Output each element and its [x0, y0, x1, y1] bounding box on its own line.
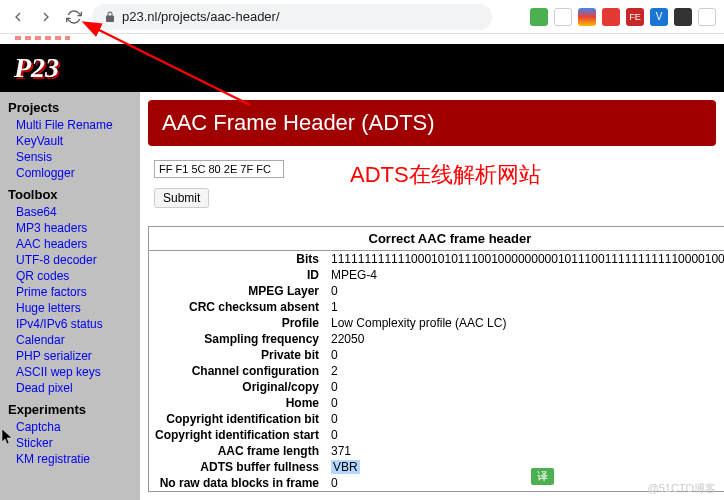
sidebar-link[interactable]: ASCII wep keys	[8, 364, 132, 380]
table-title: Correct AAC frame header	[149, 227, 725, 251]
ext-icon[interactable]	[554, 8, 572, 26]
row-value: 0	[325, 395, 724, 411]
table-row: Private bit0	[149, 347, 725, 363]
row-value: VBR	[325, 459, 724, 475]
table-row: Sampling frequency22050	[149, 331, 725, 347]
sidebar-link[interactable]: IPv4/IPv6 status	[8, 316, 132, 332]
sidebar-link[interactable]: Huge letters	[8, 300, 132, 316]
sidebar-link[interactable]: Prime factors	[8, 284, 132, 300]
row-label: Sampling frequency	[149, 331, 326, 347]
sidebar-heading: Toolbox	[8, 187, 132, 202]
sidebar-link[interactable]: QR codes	[8, 268, 132, 284]
sidebar-link[interactable]: MP3 headers	[8, 220, 132, 236]
submit-button[interactable]: Submit	[154, 188, 209, 208]
row-value: MPEG-4	[325, 267, 724, 283]
row-value: 2	[325, 363, 724, 379]
ext-icon[interactable]	[674, 8, 692, 26]
sidebar-link[interactable]: Multi File Rename	[8, 117, 132, 133]
row-label: ADTS buffer fullness	[149, 459, 326, 475]
table-row: No raw data blocks in frame0	[149, 475, 725, 492]
row-value: 0	[325, 379, 724, 395]
hex-input[interactable]	[154, 160, 284, 178]
extension-icons: FE V	[530, 8, 716, 26]
row-label: Channel configuration	[149, 363, 326, 379]
row-value: 0	[325, 347, 724, 363]
sidebar-link[interactable]: Base64	[8, 204, 132, 220]
row-label: ID	[149, 267, 326, 283]
row-value: 1	[325, 299, 724, 315]
row-label: Private bit	[149, 347, 326, 363]
ext-icon[interactable]	[530, 8, 548, 26]
row-value: Low Complexity profile (AAC LC)	[325, 315, 724, 331]
sidebar-heading: Projects	[8, 100, 132, 115]
browser-toolbar: p23.nl/projects/aac-header/ FE V	[0, 0, 724, 34]
row-label: Copyright identification start	[149, 427, 326, 443]
sidebar-link[interactable]: Comlogger	[8, 165, 132, 181]
sidebar-link[interactable]: Captcha	[8, 419, 132, 435]
row-value: 371	[325, 443, 724, 459]
row-value: 0	[325, 427, 724, 443]
sidebar-link[interactable]: Dead pixel	[8, 380, 132, 396]
table-row: IDMPEG-4	[149, 267, 725, 283]
row-label: AAC frame length	[149, 443, 326, 459]
content-area: AAC Frame Header (ADTS) Submit ADTS在线解析网…	[140, 92, 724, 500]
row-value: 1111111111110001010111001000000000101110…	[325, 251, 724, 268]
row-label: Copyright identification bit	[149, 411, 326, 427]
address-bar[interactable]: p23.nl/projects/aac-header/	[92, 4, 492, 30]
back-button[interactable]	[8, 7, 28, 27]
ext-icon[interactable]: FE	[626, 8, 644, 26]
ext-icon[interactable]: V	[650, 8, 668, 26]
table-row: Copyright identification start0	[149, 427, 725, 443]
reload-button[interactable]	[64, 7, 84, 27]
table-row: Original/copy0	[149, 379, 725, 395]
sidebar-link[interactable]: Sensis	[8, 149, 132, 165]
divider	[0, 34, 724, 44]
sidebar-link[interactable]: Calendar	[8, 332, 132, 348]
table-row: AAC frame length371	[149, 443, 725, 459]
row-value: 22050	[325, 331, 724, 347]
sidebar-link[interactable]: KM registratie	[8, 451, 132, 467]
url-text: p23.nl/projects/aac-header/	[122, 9, 280, 24]
row-value: 0	[325, 411, 724, 427]
row-label: MPEG Layer	[149, 283, 326, 299]
ext-icon[interactable]	[698, 8, 716, 26]
translate-badge[interactable]: 译	[531, 468, 554, 485]
ext-icon[interactable]	[578, 8, 596, 26]
sidebar: ProjectsMulti File RenameKeyVaultSensisC…	[0, 92, 140, 500]
forward-button[interactable]	[36, 7, 56, 27]
ext-icon[interactable]	[602, 8, 620, 26]
sidebar-link[interactable]: AAC headers	[8, 236, 132, 252]
row-label: Bits	[149, 251, 326, 268]
table-row: ProfileLow Complexity profile (AAC LC)	[149, 315, 725, 331]
result-table: Correct AAC frame header Bits11111111111…	[148, 226, 724, 492]
table-row: MPEG Layer0	[149, 283, 725, 299]
page-title: AAC Frame Header (ADTS)	[148, 100, 716, 146]
site-logo: P23	[14, 52, 59, 84]
table-row: Channel configuration2	[149, 363, 725, 379]
table-row: Bits111111111111000101011100100000000010…	[149, 251, 725, 268]
table-row: CRC checksum absent1	[149, 299, 725, 315]
row-label: Profile	[149, 315, 326, 331]
sidebar-link[interactable]: UTF-8 decoder	[8, 252, 132, 268]
sidebar-link[interactable]: PHP serializer	[8, 348, 132, 364]
row-label: CRC checksum absent	[149, 299, 326, 315]
row-label: Original/copy	[149, 379, 326, 395]
sidebar-link[interactable]: Sticker	[8, 435, 132, 451]
row-value: 0	[325, 283, 724, 299]
watermark: @51CTO博客	[648, 481, 716, 496]
table-row: ADTS buffer fullnessVBR	[149, 459, 725, 475]
sidebar-heading: Experiments	[8, 402, 132, 417]
lock-icon	[104, 11, 116, 23]
row-label: Home	[149, 395, 326, 411]
table-row: Copyright identification bit0	[149, 411, 725, 427]
table-row: Home0	[149, 395, 725, 411]
sidebar-link[interactable]: KeyVault	[8, 133, 132, 149]
row-label: No raw data blocks in frame	[149, 475, 326, 492]
page-header: P23	[0, 44, 724, 92]
